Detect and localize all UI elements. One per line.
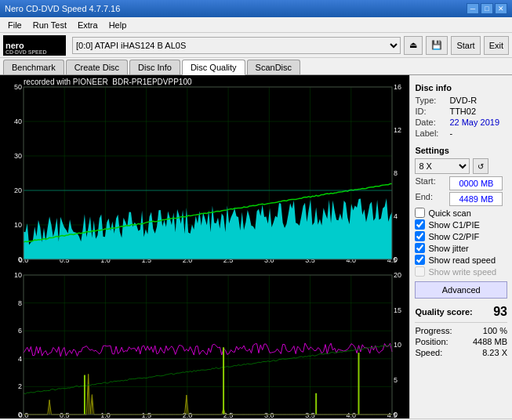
nero-logo: nero CD·DVD SPEED (3, 35, 66, 56)
drive-select[interactable]: [0:0] ATAPI iHAS124 B AL0S (72, 37, 401, 54)
tab-create-disc[interactable]: Create Disc (66, 60, 128, 74)
type-value: DVD-R (449, 96, 477, 105)
show-jitter-label: Show jitter (428, 244, 468, 253)
type-row: Type: DVD-R (415, 96, 507, 105)
main-content: Disc info Type: DVD-R ID: TTH02 Date: 22… (0, 75, 512, 418)
menu-file[interactable]: File (3, 19, 27, 31)
advanced-button[interactable]: Advanced (415, 281, 507, 299)
charts-area (0, 75, 409, 418)
progress-label: Progress: (415, 326, 452, 335)
toolbar: nero CD·DVD SPEED [0:0] ATAPI iHAS124 B … (0, 33, 512, 58)
speed-select[interactable]: 8 X (415, 158, 470, 174)
end-mb-row: End: (415, 192, 507, 206)
type-label: Type: (415, 96, 446, 105)
show-c1pie-label: Show C1/PIE (428, 220, 479, 230)
quick-scan-label: Quick scan (428, 208, 470, 218)
position-label: Position: (415, 337, 448, 346)
date-row: Date: 22 May 2019 (415, 118, 507, 127)
end-label: End: (415, 192, 446, 206)
start-mb-row: Start: (415, 176, 507, 190)
save-button[interactable]: 💾 (426, 36, 448, 55)
show-c2pif-row: Show C2/PIF (415, 231, 507, 241)
quality-score-value: 93 (493, 305, 507, 319)
show-read-speed-checkbox[interactable] (415, 255, 425, 265)
show-write-speed-label: Show write speed (428, 267, 496, 277)
close-button[interactable]: ✕ (495, 3, 507, 14)
position-row: Position: 4488 MB (415, 337, 507, 346)
chart-canvas (0, 75, 409, 418)
quality-score-label: Quality score: (415, 307, 472, 317)
date-value: 22 May 2019 (449, 118, 499, 127)
title-bar: Nero CD-DVD Speed 4.7.7.16 ─ □ ✕ (0, 0, 512, 17)
window-title: Nero CD-DVD Speed 4.7.7.16 (5, 4, 120, 13)
show-read-speed-label: Show read speed (428, 255, 496, 265)
info-panel: Disc info Type: DVD-R ID: TTH02 Date: 22… (409, 75, 512, 418)
minimize-button[interactable]: ─ (467, 3, 479, 14)
start-label: Start: (415, 176, 446, 190)
speed-value: 8.23 X (482, 348, 507, 357)
speed-row-progress: Speed: 8.23 X (415, 348, 507, 357)
id-value: TTH02 (449, 107, 476, 116)
quality-score-row: Quality score: 93 (415, 305, 507, 319)
show-c1pie-checkbox[interactable] (415, 219, 425, 230)
speed-row: 8 X ↺ (415, 158, 507, 174)
menu-run-test[interactable]: Run Test (28, 19, 71, 31)
disc-label-value: - (449, 129, 452, 138)
svg-text:CD·DVD SPEED: CD·DVD SPEED (5, 49, 47, 55)
position-value: 4488 MB (473, 337, 507, 346)
tab-disc-info[interactable]: Disc Info (129, 60, 180, 74)
show-c2pif-checkbox[interactable] (415, 231, 425, 241)
tab-scan-disc[interactable]: ScanDisc (247, 60, 300, 74)
end-input[interactable] (449, 192, 503, 206)
show-jitter-checkbox[interactable] (415, 243, 425, 253)
show-write-speed-row: Show write speed (415, 266, 507, 277)
start-input[interactable] (449, 176, 503, 190)
date-label: Date: (415, 118, 446, 127)
quick-scan-row: Quick scan (415, 208, 507, 218)
settings-title: Settings (415, 146, 507, 155)
show-c2pif-label: Show C2/PIF (428, 232, 479, 241)
speed-label: Speed: (415, 348, 442, 357)
menu-bar: File Run Test Extra Help (0, 17, 512, 33)
tab-disc-quality[interactable]: Disc Quality (182, 60, 245, 75)
maximize-button[interactable]: □ (481, 3, 493, 14)
show-write-speed-checkbox[interactable] (415, 266, 425, 277)
id-row: ID: TTH02 (415, 107, 507, 116)
show-read-speed-row: Show read speed (415, 255, 507, 265)
eject-button[interactable]: ⏏ (404, 36, 423, 55)
tab-benchmark[interactable]: Benchmark (3, 60, 64, 74)
window-controls: ─ □ ✕ (467, 3, 507, 14)
progress-section: Progress: 100 % Position: 4488 MB Speed:… (415, 326, 507, 357)
start-button[interactable]: Start (451, 36, 480, 55)
disc-label-label: Label: (415, 129, 446, 138)
tabs: Benchmark Create Disc Disc Info Disc Qua… (0, 58, 512, 75)
id-label: ID: (415, 107, 446, 116)
quick-scan-checkbox[interactable] (415, 208, 425, 218)
show-jitter-row: Show jitter (415, 243, 507, 253)
show-c1pie-row: Show C1/PIE (415, 219, 507, 230)
refresh-button[interactable]: ↺ (473, 158, 488, 174)
menu-extra[interactable]: Extra (73, 19, 103, 31)
exit-button[interactable]: Exit (484, 36, 509, 55)
menu-help[interactable]: Help (104, 19, 132, 31)
progress-row: Progress: 100 % (415, 326, 507, 335)
disc-info-title: Disc info (415, 83, 507, 92)
progress-value: 100 % (483, 326, 507, 335)
label-row: Label: - (415, 129, 507, 138)
